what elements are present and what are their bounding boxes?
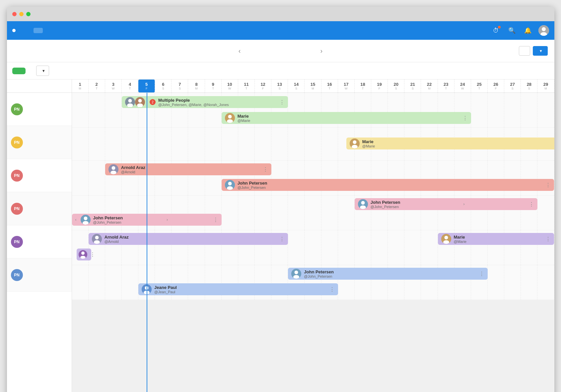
grid-col	[122, 230, 138, 265]
grid-col	[388, 196, 404, 230]
grid-col	[172, 196, 188, 230]
grid-col	[205, 161, 222, 195]
grid-col	[255, 161, 271, 195]
grid-col	[504, 161, 521, 195]
user-avatar[interactable]	[538, 25, 549, 36]
timer-button[interactable]: ⏱	[491, 25, 501, 36]
nav-item-time[interactable]	[71, 28, 80, 33]
grid-col	[138, 265, 155, 300]
logo[interactable]	[12, 29, 18, 32]
date-number: 17	[344, 82, 348, 87]
nav-item-business[interactable]	[80, 28, 89, 33]
grid-col	[72, 161, 89, 195]
date-cell-23: 23 T	[438, 80, 455, 92]
date-cell-3: 3 W	[105, 80, 122, 92]
date-number: 21	[410, 82, 415, 87]
nav-item-schedule[interactable]	[34, 28, 43, 33]
date-letter: F	[146, 87, 148, 90]
project-avatar-4: PN	[11, 203, 23, 215]
grid-area: 1 M 2 T 3 W 4 T 5 F 6 S 7 S 8 M 9 T 10 W…	[72, 80, 554, 392]
date-cell-24: 24 W	[455, 80, 471, 92]
grid-col	[504, 196, 521, 230]
date-letter: T	[478, 87, 480, 90]
grid-col	[188, 230, 205, 265]
grid-col	[172, 128, 188, 160]
next-month-button[interactable]: ›	[317, 45, 326, 57]
grid-col	[371, 230, 388, 265]
grid-col	[355, 93, 371, 127]
grid-rows	[72, 93, 554, 300]
add-to-timeline-button[interactable]	[12, 68, 26, 74]
grid-col	[255, 196, 271, 230]
grid-col	[338, 265, 355, 300]
nav-item-tasks[interactable]	[61, 28, 71, 33]
view-dropdown[interactable]: ▾	[36, 66, 49, 76]
date-cell-13: 13 S	[271, 80, 288, 92]
grid-col	[271, 161, 288, 195]
maximize-button[interactable]	[26, 12, 31, 16]
grid-col	[89, 93, 105, 127]
grid-col	[222, 128, 238, 160]
week-button[interactable]: ▾	[533, 46, 548, 56]
grid-col	[305, 128, 321, 160]
grid-col	[338, 230, 355, 265]
grid-col	[122, 128, 138, 160]
grid-col	[321, 265, 338, 300]
date-number: 10	[227, 82, 232, 87]
today-button[interactable]	[519, 46, 530, 56]
nav-item-quotes[interactable]	[52, 28, 61, 33]
grid-col	[537, 265, 554, 300]
grid-col	[471, 265, 488, 300]
grid-col	[321, 128, 338, 160]
date-letter: W	[461, 87, 464, 90]
grid-col	[188, 265, 205, 300]
grid-col	[421, 93, 438, 127]
date-cell-2: 2 T	[89, 80, 105, 92]
grid-col	[205, 230, 222, 265]
date-letter: W	[345, 87, 348, 90]
grid-col	[288, 128, 305, 160]
date-cell-15: 15 M	[305, 80, 321, 92]
date-number: 9	[212, 82, 214, 87]
nav-item-clients[interactable]	[43, 28, 52, 33]
project-avatar-5: PN	[11, 236, 23, 248]
window-controls	[12, 12, 31, 16]
grid-col	[172, 161, 188, 195]
grid-col	[89, 161, 105, 195]
minimize-button[interactable]	[19, 12, 24, 16]
search-icon: 🔍	[508, 27, 516, 34]
grid-col	[404, 265, 421, 300]
date-number: 23	[444, 82, 448, 87]
date-letter: T	[96, 87, 98, 90]
notifications-button[interactable]: 🔔	[523, 25, 533, 36]
grid-col	[138, 230, 155, 265]
date-letter: M	[79, 87, 81, 90]
grid-col	[438, 161, 455, 195]
prev-month-button[interactable]: ‹	[235, 45, 244, 57]
grid-col	[537, 128, 554, 160]
close-button[interactable]	[12, 12, 17, 16]
date-number: 5	[145, 82, 148, 87]
search-button[interactable]: 🔍	[507, 25, 517, 36]
date-number: 1	[79, 82, 81, 87]
date-number: 18	[360, 82, 365, 87]
grid-col	[488, 128, 504, 160]
project-row-3: PN	[7, 159, 72, 192]
grid-col	[255, 93, 271, 127]
grid-col	[355, 196, 371, 230]
date-letter: T	[245, 87, 247, 90]
project-row-1: PN	[7, 93, 72, 126]
grid-col	[521, 93, 537, 127]
grid-col	[338, 196, 355, 230]
date-number: 7	[178, 82, 181, 87]
date-letter: S	[512, 87, 514, 90]
grid-col	[504, 93, 521, 127]
grid-col	[305, 265, 321, 300]
grid-col	[455, 93, 471, 127]
grid-col	[205, 93, 222, 127]
grid-col	[288, 93, 305, 127]
date-cell-5: 5 F	[138, 80, 155, 92]
grid-col	[404, 93, 421, 127]
grid-col	[222, 265, 238, 300]
nav-item-projects[interactable]	[24, 28, 34, 33]
